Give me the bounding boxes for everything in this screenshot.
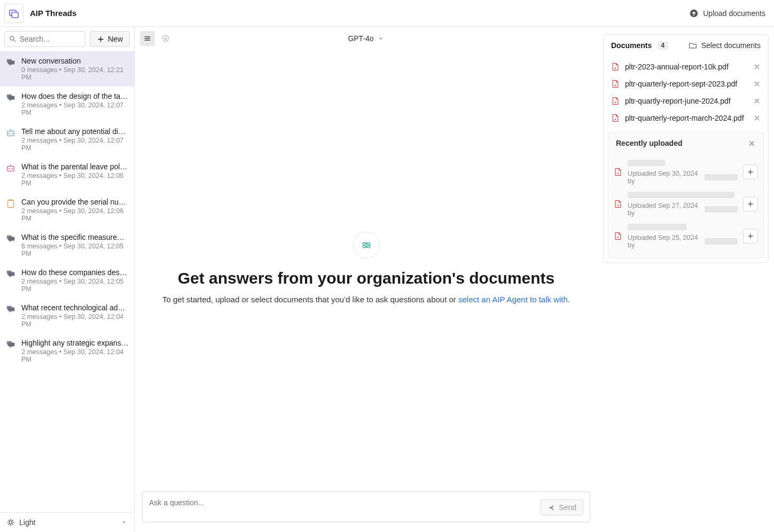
thread-meta: 2 messages • Sep 30, 2024, 12:06 PM: [21, 207, 129, 222]
model-selector[interactable]: GPT-4o: [348, 34, 384, 43]
recent-doc-meta: Uploaded Sep 30, 2024 by: [628, 170, 738, 185]
robot-pink-icon: [6, 163, 15, 173]
model-name: GPT-4o: [348, 34, 373, 43]
thread-item[interactable]: What is the specific measuremen… 6 messa…: [0, 228, 134, 263]
remove-document-button[interactable]: [753, 80, 761, 88]
thread-meta: 2 messages • Sep 30, 2024, 12:06 PM: [21, 172, 129, 187]
thread-title: New conversation: [21, 57, 129, 65]
select-documents-button[interactable]: Select documents: [689, 41, 761, 50]
thread-meta: 2 messages • Sep 30, 2024, 12:05 PM: [21, 278, 129, 293]
remove-document-button[interactable]: [753, 63, 761, 71]
thread-title: How do these companies describ…: [21, 268, 129, 277]
send-button[interactable]: Send: [541, 499, 583, 515]
thread-list: New conversation 0 messages • Sep 30, 20…: [0, 51, 134, 512]
thread-item[interactable]: How do these companies describ… 2 messag…: [0, 263, 134, 298]
thread-title: Tell me about any potential disr…: [21, 127, 129, 136]
recent-panel: Recently uploaded Uploaded Sep 30, 2024 …: [608, 132, 764, 258]
remove-document-button[interactable]: [753, 97, 761, 105]
sun-icon: [6, 518, 15, 527]
thread-meta: 2 messages • Sep 30, 2024, 12:04 PM: [21, 313, 129, 328]
upload-documents-label: Upload documents: [703, 9, 765, 18]
search-box[interactable]: [4, 31, 85, 47]
document-name[interactable]: pltr-quartly-report-june-2024.pdf: [625, 97, 748, 105]
thread-item[interactable]: What recent technological advan… 2 messa…: [0, 298, 134, 333]
documents-header: Documents: [611, 41, 652, 50]
new-button-label: New: [108, 35, 123, 43]
composer-input[interactable]: [149, 498, 541, 515]
document-name[interactable]: pltr-quarterly-report-sept-2023.pdf: [625, 80, 748, 88]
remove-document-button[interactable]: [753, 114, 761, 122]
search-input[interactable]: [20, 35, 81, 43]
thread-title: What is the specific measuremen…: [21, 233, 129, 241]
thread-meta: 2 messages • Sep 30, 2024, 12:07 PM: [21, 137, 129, 152]
circle-down-icon: [161, 34, 170, 43]
chat-icon: [6, 304, 15, 314]
panel-toggle-button[interactable]: [140, 31, 155, 46]
thread-item[interactable]: Tell me about any potential disr… 2 mess…: [0, 122, 134, 157]
sidebar: New New conversation 0 messages • Sep 30…: [0, 27, 135, 532]
upload-documents-button[interactable]: Upload documents: [689, 9, 765, 18]
send-icon: [548, 504, 556, 512]
pdf-icon: [611, 113, 620, 123]
recent-row: Uploaded Sep 30, 2024 by: [614, 156, 758, 188]
app-title: AIP Threads: [30, 9, 76, 18]
documents-panel: Documents 4 Select documents pltr-2023-a…: [603, 34, 769, 263]
chat-icon: [6, 58, 15, 67]
plus-icon: [747, 200, 754, 208]
center-pane: GPT-4o Get answers from your organizatio…: [135, 27, 598, 532]
pdf-icon: [614, 231, 622, 241]
thread-item[interactable]: Highlight any strategic expansion… 2 mes…: [0, 333, 134, 369]
pdf-icon: [614, 167, 622, 177]
document-row: pltr-2023-annual-report-10k.pdf: [607, 58, 765, 75]
send-label: Send: [559, 503, 576, 512]
documents-count-badge: 4: [657, 41, 668, 50]
atom-icon: [361, 239, 372, 251]
recent-doc-name: [628, 160, 665, 166]
scroll-down-button[interactable]: [158, 31, 173, 46]
theme-label: Light: [19, 518, 35, 527]
thread-item[interactable]: New conversation 0 messages • Sep 30, 20…: [0, 51, 134, 87]
recent-list: Uploaded Sep 30, 2024 by Uploaded Sep 27…: [608, 154, 763, 257]
thread-title: What recent technological advan…: [21, 303, 129, 312]
thread-item[interactable]: Can you provide the serial numb… 2 messa…: [0, 192, 134, 228]
hero-prefix: To get started, upload or select documen…: [162, 295, 458, 304]
new-thread-button[interactable]: New: [90, 31, 130, 47]
theme-selector[interactable]: Light: [0, 512, 134, 532]
caret-down-icon: [120, 519, 128, 526]
documents-panel-wrap: Documents 4 Select documents pltr-2023-a…: [598, 27, 774, 532]
select-documents-label: Select documents: [701, 41, 761, 50]
pdf-icon: [611, 79, 620, 89]
clipboard-icon: [6, 199, 15, 208]
composer: Send: [142, 491, 590, 522]
search-icon: [9, 35, 17, 43]
plus-icon: [747, 232, 754, 240]
chat-icon: [6, 93, 15, 103]
chevron-down-icon: [377, 35, 385, 42]
robot-icon: [6, 128, 15, 138]
select-agent-link[interactable]: select an AIP Agent to talk with: [458, 295, 568, 304]
recent-doc-name: [628, 224, 686, 230]
recent-doc-meta: Uploaded Sep 25, 2024 by: [628, 234, 738, 249]
thread-item[interactable]: How does the design of the taper … 2 mes…: [0, 87, 134, 122]
thread-item[interactable]: What is the parental leave policy? 2 mes…: [0, 157, 134, 192]
app-icon: [4, 4, 24, 23]
add-recent-button[interactable]: [743, 197, 758, 212]
close-recent-button[interactable]: [748, 139, 756, 147]
document-name[interactable]: pltr-quarterly-report-march-2024.pdf: [625, 114, 748, 122]
upload-icon: [689, 9, 699, 18]
document-row: pltr-quarterly-report-sept-2023.pdf: [607, 75, 765, 92]
recent-doc-meta: Uploaded Sep 27, 2024 by: [628, 202, 738, 217]
hero-subtitle: To get started, upload or select documen…: [162, 295, 570, 304]
document-row: pltr-quartly-report-june-2024.pdf: [607, 92, 765, 109]
hero-title: Get answers from your organization's doc…: [178, 269, 555, 287]
recent-row: Uploaded Sep 27, 2024 by: [614, 188, 758, 220]
recent-doc-name: [628, 192, 734, 198]
hero-suffix: .: [568, 295, 570, 304]
document-list: pltr-2023-annual-report-10k.pdf pltr-qua…: [604, 56, 768, 132]
add-recent-button[interactable]: [743, 229, 758, 244]
thread-meta: 0 messages • Sep 30, 2024, 12:21 PM: [21, 66, 129, 81]
pdf-icon: [611, 62, 620, 72]
add-recent-button[interactable]: [743, 165, 758, 179]
document-name[interactable]: pltr-2023-annual-report-10k.pdf: [625, 62, 748, 71]
thread-meta: 2 messages • Sep 30, 2024, 12:07 PM: [21, 101, 129, 116]
